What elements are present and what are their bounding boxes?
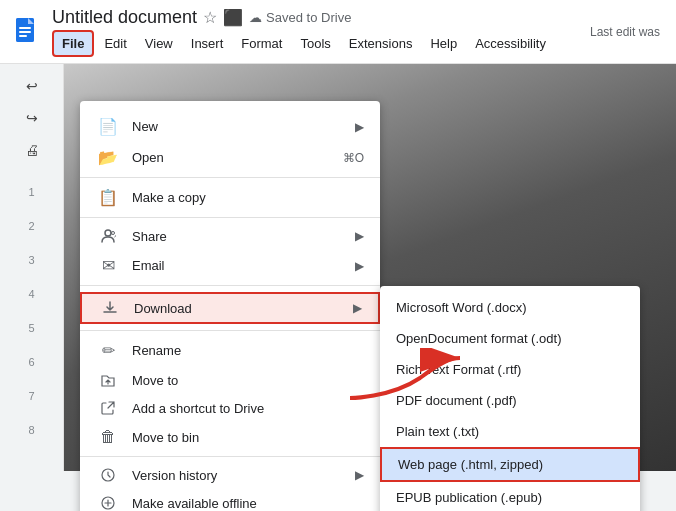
menu-section-1: 📄 New ▶ 📂 Open ⌘O bbox=[80, 107, 380, 178]
menu-tools[interactable]: Tools bbox=[292, 32, 338, 55]
print-button[interactable]: 🖨 bbox=[18, 136, 46, 164]
cloud-icon: ☁ bbox=[249, 10, 262, 25]
svg-point-7 bbox=[112, 232, 115, 235]
menu-download[interactable]: Download ▶ bbox=[80, 292, 380, 324]
doc-title[interactable]: Untitled document bbox=[52, 7, 197, 28]
google-docs-logo bbox=[8, 14, 44, 50]
doc-title-area: Untitled document ☆ ⬛ ☁ Saved to Drive F… bbox=[52, 7, 554, 57]
menu-help[interactable]: Help bbox=[422, 32, 465, 55]
download-txt[interactable]: Plain text (.txt) bbox=[380, 416, 640, 447]
menu-section-5: ✏ Rename Move to bbox=[80, 331, 380, 457]
menu-rename[interactable]: ✏ Rename bbox=[80, 335, 380, 366]
rename-icon: ✏ bbox=[96, 341, 120, 360]
redo-button[interactable]: ↪ bbox=[18, 104, 46, 132]
new-icon: 📄 bbox=[96, 117, 120, 136]
menu-open[interactable]: 📂 Open ⌘O bbox=[80, 142, 380, 173]
ruler-1: 1 bbox=[28, 168, 34, 198]
menu-share[interactable]: Share ▶ bbox=[80, 222, 380, 250]
undo-button[interactable]: ↩ bbox=[18, 72, 46, 100]
share-arrow-icon: ▶ bbox=[355, 229, 364, 243]
ruler-7: 7 bbox=[28, 372, 34, 402]
svg-rect-3 bbox=[19, 27, 31, 29]
menu-email[interactable]: ✉ Email ▶ bbox=[80, 250, 380, 281]
download-epub[interactable]: EPUB publication (.epub) bbox=[380, 482, 640, 511]
drive-icon: ⬛ bbox=[223, 8, 243, 27]
share-icon bbox=[96, 228, 120, 244]
ruler-5: 5 bbox=[28, 304, 34, 334]
menu-move-to-bin[interactable]: 🗑 Move to bin bbox=[80, 422, 380, 452]
menu-add-shortcut[interactable]: Add a shortcut to Drive bbox=[80, 394, 380, 422]
menu-section-2: 📋 Make a copy bbox=[80, 178, 380, 218]
menu-edit[interactable]: Edit bbox=[96, 32, 134, 55]
menu-version-history[interactable]: Version history ▶ bbox=[80, 461, 380, 489]
download-rtf[interactable]: Rich Text Format (.rtf) bbox=[380, 354, 640, 385]
ruler-6: 6 bbox=[28, 338, 34, 368]
ruler-8: 8 bbox=[28, 406, 34, 436]
main-content: ↩ ↪ 🖨 1 2 3 4 5 6 7 8 5 6 7 8 9 10 11 12 bbox=[0, 64, 676, 471]
star-icon[interactable]: ☆ bbox=[203, 8, 217, 27]
svg-rect-5 bbox=[19, 35, 27, 37]
saved-status: ☁ Saved to Drive bbox=[249, 10, 351, 25]
open-icon: 📂 bbox=[96, 148, 120, 167]
shortcut-icon bbox=[96, 400, 120, 416]
download-pdf[interactable]: PDF document (.pdf) bbox=[380, 385, 640, 416]
download-arrow-icon: ▶ bbox=[353, 301, 362, 315]
history-arrow-icon: ▶ bbox=[355, 468, 364, 482]
menu-section-3: Share ▶ ✉ Email ▶ bbox=[80, 218, 380, 286]
menu-bar: File Edit View Insert Format Tools Exten… bbox=[52, 30, 554, 57]
download-odt[interactable]: OpenDocument format (.odt) bbox=[380, 323, 640, 354]
menu-section-6: Version history ▶ Make available offline bbox=[80, 457, 380, 511]
email-arrow-icon: ▶ bbox=[355, 259, 364, 273]
svg-point-6 bbox=[105, 230, 111, 236]
history-icon bbox=[96, 467, 120, 483]
menu-file[interactable]: File bbox=[52, 30, 94, 57]
bin-icon: 🗑 bbox=[96, 428, 120, 446]
ruler-3: 3 bbox=[28, 236, 34, 266]
ruler-2: 2 bbox=[28, 202, 34, 232]
menu-format[interactable]: Format bbox=[233, 32, 290, 55]
offline-icon bbox=[96, 495, 120, 511]
menu-new[interactable]: 📄 New ▶ bbox=[80, 111, 380, 142]
copy-icon: 📋 bbox=[96, 188, 120, 207]
menu-section-download: Download ▶ Microsoft Word (.docx) OpenDo… bbox=[80, 286, 380, 331]
new-arrow-icon: ▶ bbox=[355, 120, 364, 134]
download-icon bbox=[98, 300, 122, 316]
svg-rect-4 bbox=[19, 31, 31, 33]
last-edit-status: Last edit was bbox=[590, 25, 668, 39]
menu-extensions[interactable]: Extensions bbox=[341, 32, 421, 55]
menu-insert[interactable]: Insert bbox=[183, 32, 232, 55]
left-ruler: ↩ ↪ 🖨 1 2 3 4 5 6 7 8 bbox=[0, 64, 64, 471]
menu-available-offline[interactable]: Make available offline bbox=[80, 489, 380, 511]
email-icon: ✉ bbox=[96, 256, 120, 275]
menu-accessibility[interactable]: Accessibility bbox=[467, 32, 554, 55]
menu-make-copy[interactable]: 📋 Make a copy bbox=[80, 182, 380, 213]
menu-move[interactable]: Move to bbox=[80, 366, 380, 394]
download-docx[interactable]: Microsoft Word (.docx) bbox=[380, 292, 640, 323]
move-icon bbox=[96, 372, 120, 388]
file-menu-dropdown: 📄 New ▶ 📂 Open ⌘O 📋 Make a copy bbox=[80, 101, 380, 511]
ruler-4: 4 bbox=[28, 270, 34, 300]
download-submenu: Microsoft Word (.docx) OpenDocument form… bbox=[380, 286, 640, 511]
menu-view[interactable]: View bbox=[137, 32, 181, 55]
download-html[interactable]: Web page (.html, zipped) bbox=[380, 447, 640, 482]
topbar: Untitled document ☆ ⬛ ☁ Saved to Drive F… bbox=[0, 0, 676, 64]
